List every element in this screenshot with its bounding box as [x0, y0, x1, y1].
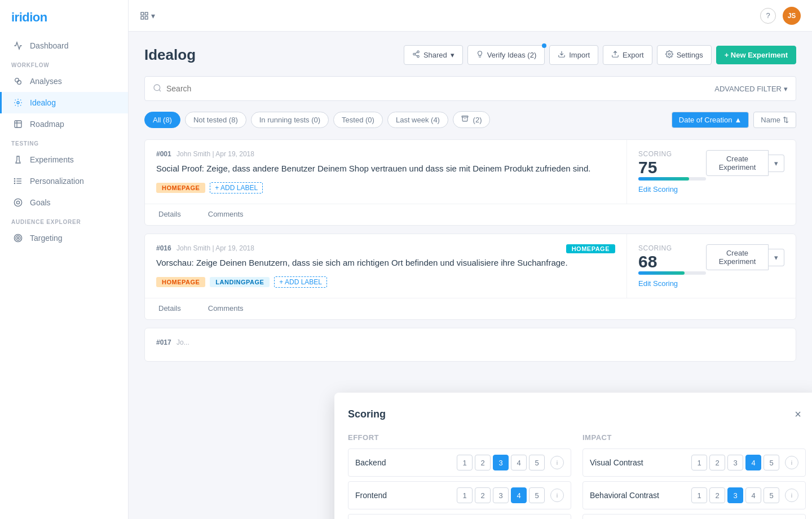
- search-bar: ADVANCED FILTER ▾: [144, 76, 796, 101]
- idea-tab-details-016[interactable]: Details: [145, 298, 195, 319]
- visual-contrast-score-4[interactable]: 4: [745, 455, 761, 470]
- grid-view-button[interactable]: ▾: [140, 11, 155, 20]
- sidebar-item-dashboard-label: Dashboard: [30, 41, 69, 50]
- visual-contrast-score-2[interactable]: 2: [709, 455, 725, 470]
- frontend-score-4[interactable]: 4: [511, 487, 527, 503]
- idea-badge-016: HOMEPAGE: [566, 244, 615, 253]
- filter-tab-tested[interactable]: Tested (0): [333, 112, 383, 128]
- backend-score-4[interactable]: 4: [511, 455, 527, 470]
- modal-close-button[interactable]: ×: [790, 406, 806, 422]
- sidebar-item-goals[interactable]: Goals: [0, 192, 128, 213]
- backend-info-icon[interactable]: i: [550, 456, 564, 469]
- idea-tab-comments-001[interactable]: Comments: [195, 204, 257, 225]
- scoring-bar-fill-016: [638, 271, 685, 275]
- sidebar-item-dashboard[interactable]: Dashboard: [0, 35, 128, 56]
- verify-ideas-label: Verify Ideas (2): [487, 51, 536, 59]
- frontend-score-5[interactable]: 5: [529, 487, 545, 503]
- sidebar-item-analyses[interactable]: Analyses: [0, 71, 128, 92]
- settings-button[interactable]: Settings: [657, 45, 712, 65]
- svg-point-15: [16, 236, 20, 240]
- chart-icon: [13, 41, 23, 51]
- behavioral-contrast-score-5[interactable]: 5: [764, 487, 779, 503]
- effort-column: Effort Backend 1 2 3 4 5 i: [348, 433, 571, 519]
- behavioral-contrast-score-3[interactable]: 3: [727, 487, 743, 503]
- filter-tab-archive[interactable]: (2): [453, 111, 491, 128]
- backend-score-3[interactable]: 3: [493, 455, 509, 470]
- avatar[interactable]: JS: [783, 7, 801, 25]
- verify-ideas-button[interactable]: Verify Ideas (2): [467, 45, 545, 65]
- behavioral-contrast-info-icon[interactable]: i: [785, 489, 798, 502]
- shared-dropdown-icon: ▾: [451, 51, 454, 59]
- idealog-icon: [13, 98, 23, 108]
- add-label-016[interactable]: + ADD LABEL: [274, 276, 327, 288]
- filter-tab-in-running[interactable]: In running tests (0): [251, 112, 329, 128]
- filter-tab-not-tested[interactable]: Not tested (8): [185, 112, 246, 128]
- edit-scoring-001[interactable]: Edit Scoring: [638, 185, 706, 193]
- main-content: ▾ ? JS Idealog Shared ▾: [129, 0, 812, 519]
- behavioral-contrast-score-2[interactable]: 2: [709, 487, 725, 503]
- visual-contrast-info-icon[interactable]: i: [785, 456, 798, 469]
- import-button[interactable]: Import: [549, 45, 598, 65]
- idea-id-017: #017: [156, 338, 171, 346]
- frontend-info-icon[interactable]: i: [550, 489, 564, 502]
- sidebar-item-analyses-label: Analyses: [30, 77, 62, 86]
- idea-labels-001: HOMEPAGE + ADD LABEL: [156, 182, 615, 193]
- settings-icon: [665, 50, 673, 60]
- shared-button[interactable]: Shared ▾: [404, 45, 463, 65]
- frontend-score-buttons: 1 2 3 4 5: [457, 487, 545, 503]
- add-label-001[interactable]: + ADD LABEL: [210, 182, 263, 193]
- visual-contrast-score-1[interactable]: 1: [691, 455, 707, 470]
- help-button[interactable]: ?: [760, 8, 776, 24]
- svg-point-22: [413, 53, 416, 55]
- idea-tab-comments-016[interactable]: Comments: [195, 298, 257, 319]
- idea-label-landingpage-016: LANDINGPAGE: [210, 277, 270, 287]
- sidebar-item-experiments-label: Experiments: [30, 155, 74, 164]
- search-icon: [153, 83, 162, 94]
- backend-score-2[interactable]: 2: [475, 455, 491, 470]
- sort-date-button[interactable]: Date of Creation ▲: [672, 112, 749, 128]
- sidebar-item-experiments[interactable]: Experiments: [0, 149, 128, 170]
- new-experiment-button[interactable]: + New Experiment: [716, 46, 796, 64]
- roadmap-icon: [13, 119, 23, 129]
- idea-card-001-body: #001 John Smith | Apr 19, 2018 Social Pr…: [145, 140, 796, 204]
- visual-contrast-score-3[interactable]: 3: [727, 455, 743, 470]
- frontend-score-3[interactable]: 3: [493, 487, 509, 503]
- frontend-score-1[interactable]: 1: [457, 487, 473, 503]
- export-button[interactable]: Export: [603, 45, 652, 65]
- idea-card-001: #001 John Smith | Apr 19, 2018 Social Pr…: [144, 139, 796, 226]
- filter-tab-last-week-label: Last week (4): [396, 116, 440, 124]
- create-experiment-dropdown-016[interactable]: ▾: [769, 249, 784, 266]
- frontend-score-2[interactable]: 2: [475, 487, 491, 503]
- visual-contrast-score-5[interactable]: 5: [764, 455, 779, 470]
- create-experiment-001: Create Experiment ▾: [706, 150, 784, 176]
- goals-icon: [13, 197, 23, 208]
- advanced-filter-chevron: ▾: [784, 85, 788, 93]
- backend-score-1[interactable]: 1: [457, 455, 473, 470]
- scoring-row-backend: Backend 1 2 3 4 5 i: [348, 448, 571, 477]
- behavioral-contrast-score-1[interactable]: 1: [691, 487, 707, 503]
- svg-point-21: [417, 51, 420, 53]
- list-icon: [13, 176, 23, 186]
- behavioral-contrast-score-4[interactable]: 4: [745, 487, 761, 503]
- sidebar-item-targeting[interactable]: Targeting: [0, 227, 128, 249]
- sidebar-item-goals-label: Goals: [30, 198, 51, 207]
- filter-tab-all[interactable]: All (8): [144, 112, 180, 128]
- idea-id-016: #016: [156, 244, 171, 252]
- idea-labels-016: HOMEPAGE LANDINGPAGE + ADD LABEL: [156, 276, 615, 288]
- search-input[interactable]: [166, 84, 714, 93]
- edit-scoring-016[interactable]: Edit Scoring: [638, 279, 706, 288]
- export-icon: [611, 50, 619, 60]
- create-experiment-button-001[interactable]: Create Experiment: [706, 150, 769, 176]
- filter-tab-last-week[interactable]: Last week (4): [387, 112, 448, 128]
- idea-tab-details-001[interactable]: Details: [145, 204, 195, 225]
- create-experiment-dropdown-001[interactable]: ▾: [769, 155, 784, 172]
- sidebar-item-roadmap[interactable]: Roadmap: [0, 113, 128, 135]
- sort-name-button[interactable]: Name ⇅: [753, 112, 796, 128]
- settings-label: Settings: [677, 51, 703, 59]
- sidebar-item-roadmap-label: Roadmap: [30, 120, 64, 129]
- sidebar-item-idealog[interactable]: Idealog: [0, 92, 128, 113]
- advanced-filter-button[interactable]: ADVANCED FILTER ▾: [714, 85, 788, 93]
- sidebar-item-personalization[interactable]: Personalization: [0, 170, 128, 192]
- backend-score-5[interactable]: 5: [529, 455, 545, 470]
- create-experiment-button-016[interactable]: Create Experiment: [706, 244, 769, 270]
